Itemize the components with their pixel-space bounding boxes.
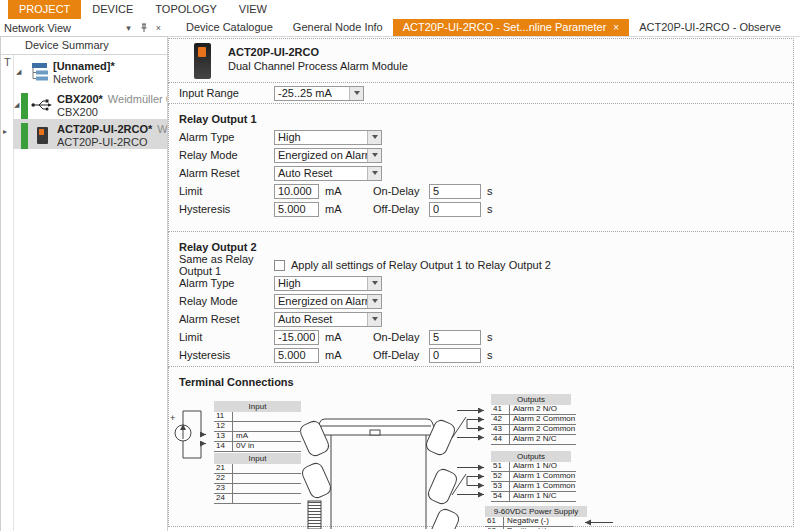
network-tree-panel: Device Summary T ▸ ◢ [Unnamed]* Network …: [0, 36, 168, 531]
relay2-alarm-reset-select[interactable]: Auto Reset: [274, 312, 382, 327]
pin-number: 14: [214, 442, 233, 451]
menu-topology[interactable]: TOPOLOGY: [144, 0, 228, 19]
outputs-table-alarm1: Outputs 51Alarm 1 N/O 52Alarm 1 Common 5…: [491, 451, 576, 502]
relay-output-1-section: Relay Output 1 Alarm Type High Relay Mod…: [168, 104, 794, 232]
input-range-select[interactable]: -25..25 mA: [274, 86, 364, 101]
relay1-on-delay-input[interactable]: [429, 184, 481, 199]
relay1-alarm-reset-value: Auto Reset: [275, 167, 367, 180]
status-bar-green: [21, 93, 28, 119]
expander-icon[interactable]: ◢: [13, 101, 21, 109]
relay1-on-delay-unit: s: [487, 185, 511, 197]
relay2-relay-mode-value: Energized on Alarm: [275, 295, 367, 308]
node-subtitle: CBX200: [57, 106, 98, 118]
pin-label: [233, 422, 236, 431]
relay1-hysteresis-label: Hysteresis: [179, 203, 274, 215]
pin-number: 44: [491, 435, 510, 444]
node-vendor: Weid...: [157, 123, 167, 135]
pin-label: Alarm 2 N/O: [510, 405, 557, 414]
tab-general-node-info[interactable]: General Node Info: [283, 19, 393, 36]
pin-number: 23: [214, 484, 233, 493]
tab-close-icon[interactable]: ×: [613, 19, 619, 36]
relay1-relay-mode-value: Energized on Alarm: [275, 149, 367, 162]
relay1-on-delay-label: On-Delay: [373, 185, 429, 197]
document-tab-bar: Device Catalogue General Node Info ACT20…: [168, 19, 800, 37]
relay1-off-delay-input[interactable]: [429, 202, 481, 217]
relay1-hysteresis-input[interactable]: [274, 202, 319, 217]
chevron-down-icon: [372, 153, 378, 157]
menu-project[interactable]: PROJECT: [8, 0, 81, 19]
chevron-down-icon: [372, 299, 378, 303]
relay1-limit-label: Limit: [179, 185, 274, 197]
relay2-limit-label: Limit: [179, 331, 274, 343]
close-icon[interactable]: ×: [152, 21, 165, 34]
input-range-value: -25..25 mA: [275, 87, 349, 100]
same-as-checkbox-label: Apply all settings of Relay Output 1 to …: [291, 259, 551, 271]
tree-node-cbx200[interactable]: ◢ CBX200*Weidmüller CBX,... CBX200: [13, 89, 167, 119]
chevron-down-icon: [372, 135, 378, 139]
relay-output-2-section: Relay Output 2 Same as Relay Output 1 Ap…: [168, 232, 794, 367]
menu-bar: PROJECT DEVICE TOPOLOGY VIEW: [0, 0, 800, 19]
svg-text:+: +: [170, 413, 175, 423]
relay2-relay-mode-select[interactable]: Energized on Alarm: [274, 294, 382, 309]
tree-node-act20p-selected[interactable]: ACT20P-UI-2RCO*Weid... ACT20P-UI-2RCO: [13, 119, 167, 149]
chevron-down-icon: [354, 91, 360, 95]
pin-label: Alarm 2 Common: [510, 415, 575, 424]
select-button[interactable]: [367, 277, 381, 290]
node-subtitle: Network: [53, 73, 93, 85]
same-as-checkbox[interactable]: [274, 260, 285, 271]
tree-node-network[interactable]: ◢ [Unnamed]* Network: [13, 56, 167, 89]
relay2-limit-input[interactable]: [274, 330, 319, 345]
relay2-alarm-reset-value: Auto Reset: [275, 313, 367, 326]
pin-number: 21: [214, 464, 233, 473]
relay2-hysteresis-input[interactable]: [274, 348, 319, 363]
terminal-diagram: +: [169, 393, 793, 529]
relay1-alarm-type-label: Alarm Type: [179, 131, 274, 143]
node-vendor: Weidmüller CBX,...: [108, 93, 167, 105]
pin-number: 11: [214, 412, 233, 421]
select-button[interactable]: [367, 149, 381, 162]
select-button[interactable]: [367, 131, 381, 144]
device-name: ACT20P-UI-2RCO: [228, 46, 319, 58]
relay2-hysteresis-unit: mA: [325, 349, 349, 361]
select-button[interactable]: [367, 295, 381, 308]
pin-number: 42: [491, 415, 510, 424]
table-row-partial: 62Positive (+): [485, 527, 573, 529]
pin-number: 22: [214, 474, 233, 483]
menu-view[interactable]: VIEW: [228, 0, 278, 19]
select-button[interactable]: [367, 167, 381, 180]
relay1-relay-mode-select[interactable]: Energized on Alarm: [274, 148, 382, 163]
terminal-connections-section: Terminal Connections: [168, 367, 794, 527]
select-button[interactable]: [367, 313, 381, 326]
tab-observe[interactable]: ACT20P-UI-2RCO - Observe: [629, 19, 791, 36]
relay1-alarm-type-select[interactable]: High: [274, 130, 382, 145]
relay1-alarm-type-value: High: [275, 131, 367, 144]
relay2-hysteresis-label: Hysteresis: [179, 349, 274, 361]
relay2-alarm-type-select[interactable]: High: [274, 276, 382, 291]
tab-online-parameter-active[interactable]: ACT20P-UI-2RCO - Set...nline Parameter ×: [393, 19, 629, 36]
menu-device[interactable]: DEVICE: [81, 0, 144, 19]
select-button[interactable]: [349, 87, 363, 100]
relay2-limit-unit: mA: [325, 331, 349, 343]
table-row: 44Alarm 2 N/C: [491, 435, 576, 445]
pin-label: [233, 412, 236, 421]
device-description: Dual Channel Process Alarm Module: [228, 60, 408, 72]
relay1-alarm-reset-select[interactable]: Auto Reset: [274, 166, 382, 181]
panel-dropdown-icon[interactable]: ▾: [122, 21, 135, 34]
pin-number: 43: [491, 425, 510, 434]
table-row: 12: [214, 422, 301, 432]
pin-icon[interactable]: [137, 21, 150, 34]
relay2-off-delay-input[interactable]: [429, 348, 481, 363]
network-view-panel-header: Network View ▾ ×: [0, 19, 167, 36]
relay2-on-delay-input[interactable]: [429, 330, 481, 345]
table-row: 23: [214, 484, 301, 494]
expander-icon[interactable]: ◢: [13, 68, 27, 76]
relay1-limit-input[interactable]: [274, 184, 319, 199]
pin-number: 61: [485, 517, 504, 526]
pin-label: Alarm 1 N/C: [510, 492, 557, 501]
tab-device-catalogue[interactable]: Device Catalogue: [176, 19, 283, 36]
relay2-off-delay-label: Off-Delay: [373, 349, 429, 361]
relay2-on-delay-label: On-Delay: [373, 331, 429, 343]
input-table-2: Input 21 22 23 24: [214, 453, 301, 504]
input-range-section: Input Range -25..25 mA: [168, 83, 794, 104]
usb-icon: [31, 93, 53, 117]
